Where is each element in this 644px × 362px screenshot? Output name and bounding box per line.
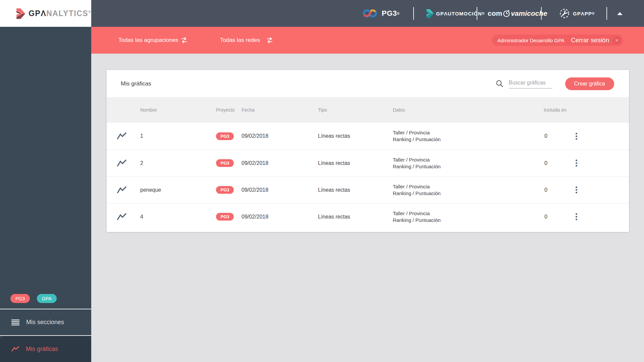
logged-user-label: Administrador Desarrollo GPA (497, 38, 565, 43)
header-separator (541, 7, 542, 20)
gpapp-logo[interactable] (559, 8, 570, 19)
chart-data-fields: Taller / Provincia Ranking / Puntuación (393, 157, 544, 170)
groups-swap-icon[interactable] (180, 37, 189, 44)
included-count: 0 (544, 214, 575, 220)
project-badge: PG3 (216, 159, 234, 167)
networks-filter[interactable]: Todas las redes (220, 37, 260, 44)
line-chart-icon (11, 346, 20, 352)
gpapp-wrench-icon (559, 8, 570, 19)
column-header-proyecto: Proyecto (216, 107, 241, 113)
chart-name: 2 (140, 160, 216, 166)
pg3-wordmark[interactable]: PG3® (382, 9, 399, 18)
row-menu-button[interactable] (574, 158, 583, 168)
gpa-analytics-wordmark: GPΛNALYTICS® (29, 9, 91, 18)
logout-button[interactable]: Cerrar sesión (571, 37, 609, 44)
groups-filter[interactable]: Todas las agrupaciones (118, 37, 178, 44)
sidebar-item-mis-graficas[interactable]: Mis gráficas (0, 336, 91, 362)
header-separator (413, 7, 414, 20)
sidebar: PG3 GPA Mis secciones Mis gráficas (0, 27, 91, 362)
collapse-header-arrow-icon[interactable] (617, 12, 623, 15)
chart-name: peneque (140, 187, 216, 193)
charts-card: Mis gráficas Crear gráfica Nombre Proyec… (107, 70, 629, 232)
logout-x-icon[interactable]: ✕ (612, 36, 621, 45)
row-menu-button[interactable] (574, 131, 583, 141)
table-header-row: Nombre Proyecto Fecha Tipo Datos Incluid… (107, 97, 629, 123)
column-header-nombre: Nombre (140, 107, 216, 113)
sidebar-badges: PG3 GPA (10, 294, 57, 303)
chart-type: Líneas rectas (318, 214, 393, 220)
column-header-datos: Datos (393, 107, 544, 113)
chart-type: Líneas rectas (318, 160, 393, 166)
row-menu-button[interactable] (574, 185, 583, 195)
gpautomocion-arrow-icon (424, 8, 434, 18)
included-count: 0 (544, 187, 575, 193)
line-chart-icon (117, 159, 127, 167)
chart-date: 09/02/2018 (241, 133, 318, 139)
page-title: Mis gráficas (121, 80, 151, 87)
chart-type: Líneas rectas (318, 133, 393, 139)
chart-name: 4 (140, 214, 216, 220)
table-row: 4 PG3 09/02/2018 Líneas rectas Taller / … (107, 203, 629, 230)
chart-type: Líneas rectas (318, 187, 393, 193)
included-count: 0 (544, 133, 575, 139)
gpa-analytics-logo-icon (13, 6, 25, 21)
list-icon (11, 319, 19, 325)
card-header: Mis gráficas Crear gráfica (107, 70, 629, 97)
column-header-tipo: Tipo (318, 107, 393, 113)
column-header-fecha: Fecha (241, 107, 318, 113)
clock-icon (502, 9, 511, 18)
line-chart-icon (117, 132, 127, 140)
table-row: 1 PG3 09/02/2018 Líneas rectas Taller / … (107, 123, 629, 149)
chart-date: 09/02/2018 (241, 160, 318, 166)
chart-data-fields: Taller / Provincia Ranking / Puntuación (393, 183, 544, 197)
chart-name: 1 (140, 133, 216, 139)
session-pill: Administrador Desarrollo GPA Cerrar sesi… (492, 35, 623, 46)
table-row: peneque PG3 09/02/2018 Líneas rectas Tal… (107, 176, 629, 203)
included-count: 0 (544, 160, 575, 166)
pg3-badge[interactable]: PG3 (10, 294, 30, 303)
project-badge: PG3 (216, 186, 234, 194)
gpa-badge[interactable]: GPA (37, 294, 57, 303)
search-icon[interactable] (496, 80, 503, 87)
chart-date: 09/02/2018 (241, 187, 318, 193)
search-input[interactable] (509, 79, 552, 88)
row-menu-button[interactable] (574, 212, 583, 222)
gpapp-wordmark[interactable]: GPΛPP® (573, 11, 595, 16)
sidebar-item-label: Mis gráficas (26, 346, 58, 353)
chart-data-fields: Taller / Provincia Ranking / Puntuación (393, 129, 544, 143)
project-badge: PG3 (216, 132, 234, 140)
gpa-analytics-logo[interactable]: GPΛNALYTICS® (0, 0, 91, 27)
networks-swap-icon[interactable] (265, 37, 274, 44)
line-chart-icon (117, 186, 127, 194)
project-badge: PG3 (216, 213, 234, 221)
sidebar-item-mis-secciones[interactable]: Mis secciones (0, 309, 91, 335)
gpautomocion-wordmark[interactable]: GPΛUTOMOCIÓN® (436, 11, 485, 16)
header-separator (477, 7, 477, 20)
gpautomocion-logo[interactable] (424, 8, 434, 18)
header-separator (606, 7, 607, 20)
top-header-bar: GPΛNALYTICS® PG3® GPΛUTOMOCIÓN® com vami… (0, 0, 644, 27)
table-row: 2 PG3 09/02/2018 Líneas rectas Taller / … (107, 149, 629, 176)
filter-bar: Todas las agrupaciones Todas las redes A… (91, 27, 644, 54)
create-chart-button[interactable]: Crear gráfica (565, 77, 614, 90)
column-header-incluida: Incluida en (544, 107, 575, 113)
line-chart-icon (117, 213, 127, 221)
comprovamicoche-logo[interactable]: com vamicoche (488, 9, 547, 18)
pg3-logo[interactable] (362, 8, 379, 19)
pg3-infinity-icon (362, 8, 379, 19)
sidebar-item-label: Mis secciones (26, 319, 64, 326)
chart-date: 09/02/2018 (241, 214, 318, 220)
chart-data-fields: Taller / Provincia Ranking / Puntuación (393, 210, 544, 224)
